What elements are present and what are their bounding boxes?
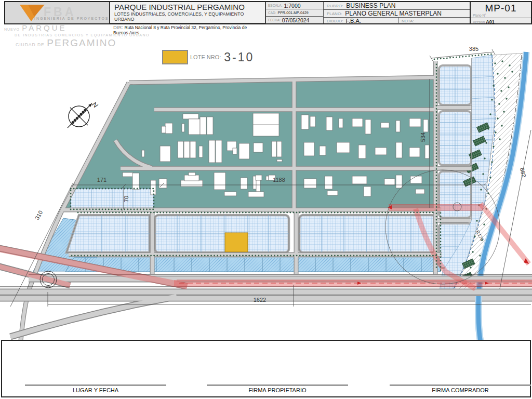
- project-title: PARQUE INDUSTRIAL PERGAMINO: [110, 2, 265, 11]
- plano-label: PLANO:: [327, 11, 342, 16]
- watermark-nuevo: NUEVO: [4, 28, 20, 31]
- rubro-row: RUBRO: BUSINESS PLAN: [324, 2, 470, 10]
- escala-value: 1:7000: [284, 3, 300, 9]
- meta-cell: ESCALA: 1:7000 CAD: PPR-001-MP-0429 FECH…: [266, 2, 324, 23]
- lot-legend: LOTE NRO: 3-10: [162, 50, 254, 64]
- plano-row: PLANO: PLANO GENERAL MASTERPLAN: [324, 10, 470, 18]
- signature-box: LUGAR Y FECHA FIRMA PROPIETARIO FIRMA CO…: [1, 340, 531, 397]
- watermark-pergamino: PERGAMINO: [47, 37, 116, 48]
- highlighted-lot-3-10: [225, 233, 248, 252]
- escala-row: ESCALA: 1:7000: [266, 2, 323, 9]
- lot-blocks: [66, 215, 435, 252]
- project-address: DIR: Ruta Nacional 8 y Ruta Provincial 3…: [110, 23, 265, 36]
- river-lower: [478, 296, 481, 342]
- cad-value: PPR-001-MP-0429: [278, 11, 309, 15]
- dim-1188: 1188: [273, 177, 285, 183]
- dir-value: Ruta Nacional 8 y Ruta Provincial 32, Pe…: [113, 25, 247, 35]
- rubro-label: RUBRO:: [327, 4, 343, 8]
- dibujo-value: F.B.A.: [346, 18, 361, 24]
- dir-label: DIR:: [113, 24, 123, 30]
- watermark-parque: PARQUE: [22, 23, 66, 32]
- project-subtitle: LOTES INDUSTRIALES, COMERCIALES, Y EQUIP…: [110, 11, 265, 23]
- signature-line: [390, 384, 531, 386]
- dibujo-label: DIBUJO:: [327, 19, 343, 23]
- signature-label-propietario: FIRMA PROPIETARIO: [207, 387, 348, 393]
- north-compass: N: [68, 100, 100, 128]
- company-logo: FBA INGENIERIA DE PROYECTOS: [5, 2, 110, 23]
- north-label: N: [90, 100, 99, 110]
- signature-line: [25, 384, 166, 386]
- project-title-cell: PARQUE INDUSTRIAL PERGAMINO LOTES INDUST…: [110, 2, 266, 23]
- nota-label: NOTA:: [402, 19, 414, 23]
- signature-label-lugar: LUGAR Y FECHA: [25, 387, 166, 393]
- plano-value: PLANO GENERAL MASTERPLAN: [345, 10, 442, 17]
- signature-line: [207, 384, 348, 386]
- version-value: A01: [486, 19, 495, 24]
- escala-label: ESCALA:: [268, 4, 282, 7]
- signature-label-comprador: FIRMA COMPRADOR: [390, 387, 531, 393]
- dim-1622: 1622: [254, 297, 266, 303]
- sheet-code: MP-01: [471, 2, 531, 14]
- version-row: Version A01: [471, 18, 531, 25]
- west-inner-lot: [71, 189, 154, 209]
- fecha-label: FECHA:: [268, 18, 281, 22]
- watermark-line3: CIUDAD DE PERGAMINO: [16, 38, 150, 48]
- signature-lugar-fecha: LUGAR Y FECHA: [25, 384, 166, 393]
- fecha-row: FECHA: 07/05/2024: [266, 17, 323, 23]
- dim-385: 385: [469, 46, 478, 52]
- dim-882: 882: [519, 167, 527, 178]
- plano-n-label: Plano N°: [471, 14, 531, 18]
- dim-534: 534: [420, 132, 426, 142]
- site-plan-drawing: 385 534 1188 171 70 310 1622 882 R176 N: [0, 0, 532, 399]
- watermark-ciudad: CIUDAD DE: [16, 42, 45, 47]
- cad-label: CAD:: [268, 11, 276, 15]
- dim-310: 310: [34, 209, 44, 221]
- cad-row: CAD: PPR-001-MP-0429: [266, 9, 323, 17]
- nota-cell: NOTA:: [398, 18, 470, 24]
- signature-comprador: FIRMA COMPRADOR: [390, 384, 531, 393]
- legend-swatch: [162, 50, 188, 64]
- title-block: FBA INGENIERIA DE PROYECTOS PARQUE INDUS…: [4, 1, 532, 24]
- logo-tagline: INGENIERIA DE PROYECTOS: [34, 17, 109, 20]
- dim-70: 70: [123, 196, 129, 202]
- legend-label: LOTE NRO:: [190, 54, 221, 60]
- sheet-number-cell: MP-01 Plano N° Version A01: [471, 2, 531, 23]
- dim-171: 171: [97, 177, 107, 183]
- plan-info-cell: RUBRO: BUSINESS PLAN PLANO: PLANO GENERA…: [324, 2, 471, 23]
- masterplan-sheet: 385 534 1188 171 70 310 1622 882 R176 N: [0, 0, 532, 399]
- rubro-value: BUSINESS PLAN: [346, 2, 395, 9]
- fecha-value: 07/05/2024: [282, 17, 310, 23]
- dibujo-nota-row: DIBUJO: F.B.A. NOTA:: [324, 18, 470, 24]
- version-label: Version: [473, 20, 485, 24]
- signature-propietario: FIRMA PROPIETARIO: [207, 384, 348, 393]
- legend-value: 3-10: [224, 50, 254, 64]
- dibujo-cell: DIBUJO: F.B.A.: [324, 18, 395, 24]
